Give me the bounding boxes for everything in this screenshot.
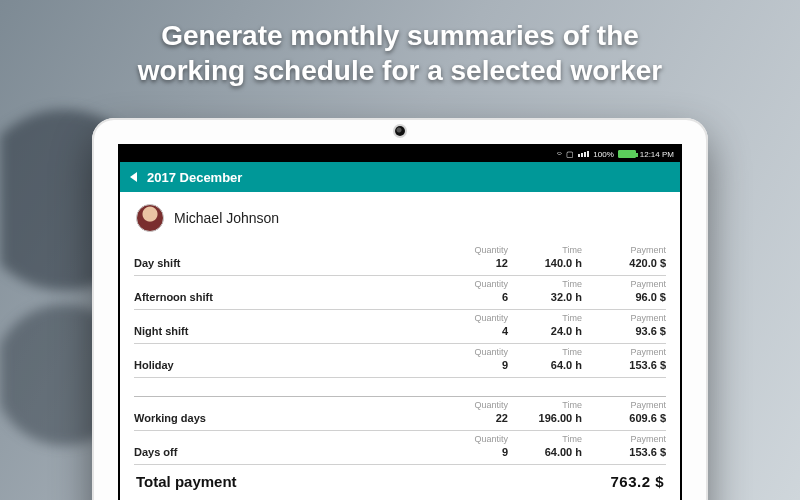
app-header[interactable]: 2017 December bbox=[120, 162, 680, 192]
col-header-payment: Payment bbox=[586, 246, 666, 255]
row-quantity: 9 bbox=[438, 446, 508, 458]
promo-headline-line1: Generate monthly summaries of the bbox=[40, 18, 760, 53]
avatar bbox=[136, 204, 164, 232]
row-quantity: 22 bbox=[438, 412, 508, 424]
header-title: 2017 December bbox=[147, 170, 242, 185]
worker-row[interactable]: Michael Johnson bbox=[134, 198, 666, 242]
promo-headline-line2: working schedule for a selected worker bbox=[40, 53, 760, 88]
table-row: Days off Quantity9 Time64.00 h Payment15… bbox=[134, 431, 666, 465]
tablet-camera bbox=[395, 126, 405, 136]
table-row: Holiday Quantity9 Time64.0 h Payment153.… bbox=[134, 344, 666, 378]
row-time: 64.00 h bbox=[512, 446, 582, 458]
nfc-icon: ⌔ bbox=[557, 150, 562, 159]
battery-percent: 100% bbox=[593, 150, 613, 159]
table-row: Working days Quantity22 Time196.00 h Pay… bbox=[134, 397, 666, 431]
back-icon[interactable] bbox=[130, 172, 137, 182]
row-payment: 93.6 $ bbox=[586, 325, 666, 337]
battery-icon bbox=[618, 150, 636, 158]
row-quantity: 4 bbox=[438, 325, 508, 337]
col-header-time: Time bbox=[512, 246, 582, 255]
app-screen: ⌔ ▢ 100% 12:14 PM 2017 December Michael … bbox=[118, 144, 682, 500]
row-label: Day shift bbox=[134, 257, 434, 269]
row-payment: 153.6 $ bbox=[586, 446, 666, 458]
shift-rows: Day shift Quantity12 Time140.0 h Payment… bbox=[134, 242, 666, 378]
total-amount: 763.2 $ bbox=[610, 473, 664, 490]
row-time: 24.0 h bbox=[512, 325, 582, 337]
row-label: Working days bbox=[134, 412, 434, 424]
tablet-frame: ⌔ ▢ 100% 12:14 PM 2017 December Michael … bbox=[92, 118, 708, 500]
table-row: Afternoon shift Quantity6 Time32.0 h Pay… bbox=[134, 276, 666, 310]
row-time: 140.0 h bbox=[512, 257, 582, 269]
row-time: 32.0 h bbox=[512, 291, 582, 303]
col-header-quantity: Quantity bbox=[438, 246, 508, 255]
row-payment: 609.6 $ bbox=[586, 412, 666, 424]
promo-headline: Generate monthly summaries of the workin… bbox=[0, 18, 800, 88]
row-time: 196.00 h bbox=[512, 412, 582, 424]
row-time: 64.0 h bbox=[512, 359, 582, 371]
row-label: Afternoon shift bbox=[134, 291, 434, 303]
row-payment: 96.0 $ bbox=[586, 291, 666, 303]
row-quantity: 12 bbox=[438, 257, 508, 269]
row-quantity: 6 bbox=[438, 291, 508, 303]
android-status-bar: ⌔ ▢ 100% 12:14 PM bbox=[120, 146, 680, 162]
row-label: Holiday bbox=[134, 359, 434, 371]
clock: 12:14 PM bbox=[640, 150, 674, 159]
worker-name: Michael Johnson bbox=[174, 210, 279, 226]
row-label: Days off bbox=[134, 446, 434, 458]
summary-rows: Working days Quantity22 Time196.00 h Pay… bbox=[134, 397, 666, 465]
row-payment: 153.6 $ bbox=[586, 359, 666, 371]
table-row: Day shift Quantity12 Time140.0 h Payment… bbox=[134, 242, 666, 276]
total-label: Total payment bbox=[136, 473, 237, 490]
row-label: Night shift bbox=[134, 325, 434, 337]
vibrate-icon: ▢ bbox=[566, 150, 574, 159]
row-quantity: 9 bbox=[438, 359, 508, 371]
table-row: Night shift Quantity4 Time24.0 h Payment… bbox=[134, 310, 666, 344]
row-payment: 420.0 $ bbox=[586, 257, 666, 269]
signal-icon bbox=[578, 151, 589, 157]
total-row: Total payment 763.2 $ bbox=[134, 465, 666, 490]
